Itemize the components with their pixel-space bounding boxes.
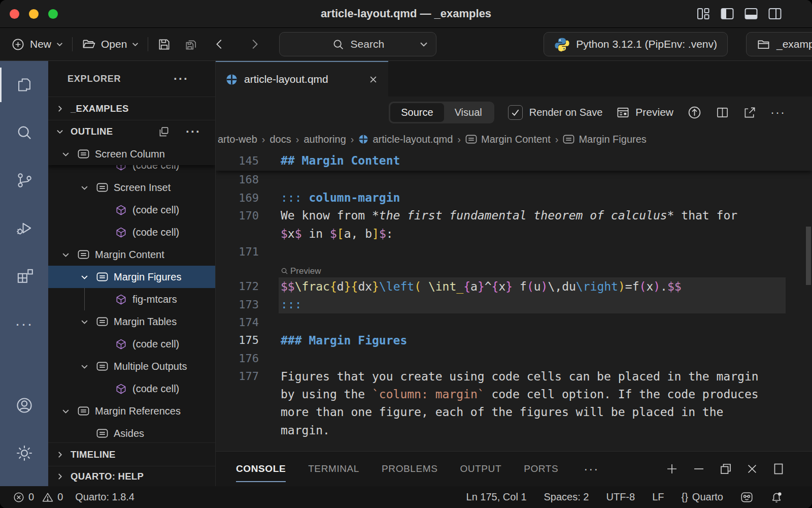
- chevron-down-icon[interactable]: [80, 362, 96, 371]
- open-button[interactable]: Open: [82, 37, 139, 51]
- code-line[interactable]: 176: [216, 350, 812, 367]
- code-line[interactable]: more than one figure, each of the figure…: [216, 403, 812, 421]
- sidebar-section-examples[interactable]: _EXAMPLES: [48, 97, 215, 120]
- editor-scrollbar[interactable]: [806, 227, 811, 285]
- navigate-forward-icon[interactable]: [248, 38, 261, 51]
- activity-settings[interactable]: [0, 429, 48, 477]
- cursor-position-status[interactable]: Ln 175, Col 1: [466, 491, 527, 503]
- restore-panel-icon[interactable]: [719, 462, 733, 476]
- activity-explorer[interactable]: [0, 61, 48, 109]
- toggle-panel-icon[interactable]: [743, 6, 759, 21]
- outline-item-screen-column[interactable]: Screen Column: [48, 143, 215, 165]
- code-line[interactable]: 169::: column-margin: [216, 188, 812, 206]
- toggle-secondary-sidebar-icon[interactable]: [767, 6, 783, 21]
- close-window-button[interactable]: [10, 9, 19, 19]
- tab-article-layout[interactable]: article-layout.qmd: [216, 61, 388, 97]
- preview-button[interactable]: Preview: [616, 106, 673, 119]
- breadcrumb-authoring[interactable]: authoring: [303, 134, 346, 145]
- chevron-down-icon[interactable]: [80, 317, 96, 327]
- open-in-new-window-icon[interactable]: [743, 106, 757, 119]
- editor-more-icon[interactable]: ···: [770, 110, 786, 115]
- navigate-back-icon[interactable]: [213, 38, 226, 51]
- panel-layout-icon[interactable]: [771, 462, 786, 476]
- outline-item-code-cell[interactable]: (code cell): [48, 165, 215, 176]
- outline-item-margin-references[interactable]: Margin References: [48, 400, 215, 422]
- outline-item-margin-figures[interactable]: Margin Figures: [48, 266, 215, 288]
- panel-more-icon[interactable]: ···: [584, 466, 599, 471]
- customize-layout-icon[interactable]: [696, 6, 711, 21]
- split-editor-icon[interactable]: [716, 106, 729, 119]
- new-button[interactable]: New: [11, 38, 63, 51]
- global-search-input[interactable]: Search: [279, 32, 436, 56]
- panel-tab-console[interactable]: CONSOLE: [236, 452, 286, 486]
- chevron-down-icon[interactable]: [80, 272, 96, 282]
- breadcrumb-margin-figures[interactable]: Margin Figures: [563, 134, 646, 145]
- outline-more-icon[interactable]: ···: [186, 129, 201, 134]
- workspace-button[interactable]: _examples: [746, 32, 812, 56]
- outline-item-code-cell[interactable]: (code cell): [48, 333, 215, 355]
- interpreter-selector[interactable]: Python 3.12.1 (PipEnv: .venv): [544, 32, 728, 56]
- code-line[interactable]: 171: [216, 243, 812, 261]
- activity-search[interactable]: [0, 109, 48, 156]
- activity-extensions[interactable]: [0, 252, 48, 300]
- code-line[interactable]: 170We know from *the first fundamental t…: [216, 207, 812, 225]
- outline-item-code-cell[interactable]: (code cell): [48, 377, 215, 400]
- code-line[interactable]: by using the `column: margin` code cell …: [216, 385, 812, 403]
- breadcrumb-arto-web[interactable]: arto-web: [218, 134, 257, 145]
- render-on-save[interactable]: Render on Save: [508, 105, 603, 120]
- code-line[interactable]: 174: [216, 313, 812, 331]
- explorer-more-icon[interactable]: ···: [174, 76, 189, 81]
- breadcrumb-docs[interactable]: docs: [269, 134, 291, 145]
- chevron-down-icon[interactable]: [61, 250, 78, 260]
- sidebar-section-outline[interactable]: OUTLINE ···: [48, 120, 215, 143]
- code-editor[interactable]: 145 ## Margin Content 168169::: column-m…: [216, 150, 812, 451]
- plus-icon[interactable]: [665, 462, 679, 476]
- notifications-bell-icon[interactable]: [770, 491, 783, 503]
- code-line[interactable]: 168: [216, 171, 812, 188]
- encoding-status[interactable]: UTF-8: [606, 491, 635, 503]
- codelens-preview[interactable]: Preview: [281, 266, 321, 276]
- close-panel-icon[interactable]: [746, 462, 759, 475]
- eol-status[interactable]: LF: [652, 491, 664, 503]
- outline-item-asides[interactable]: Asides: [48, 422, 215, 442]
- chevron-down-icon[interactable]: [80, 183, 96, 193]
- chevron-down-icon[interactable]: [61, 406, 78, 416]
- outline-item-code-cell[interactable]: (code cell): [48, 199, 215, 221]
- activity-account[interactable]: [0, 382, 48, 429]
- indentation-status[interactable]: Spaces: 2: [544, 491, 589, 503]
- panel-tab-problems[interactable]: PROBLEMS: [382, 452, 437, 486]
- zoom-window-button[interactable]: [48, 9, 58, 19]
- language-mode-status[interactable]: {} Quarto: [681, 491, 723, 503]
- breadcrumb-margin-content[interactable]: Margin Content: [465, 134, 551, 145]
- mode-visual-button[interactable]: Visual: [444, 103, 493, 122]
- breadcrumb-article-layout-qmd[interactable]: article-layout.qmd: [358, 134, 453, 145]
- panel-tab-output[interactable]: OUTPUT: [460, 452, 501, 486]
- outline-item-margin-tables[interactable]: Margin Tables: [48, 310, 215, 333]
- code-line[interactable]: margin.: [216, 421, 812, 439]
- sticky-scroll-line[interactable]: 145 ## Margin Content: [216, 150, 812, 171]
- sidebar-section-quarto-help[interactable]: QUARTO: HELP: [48, 466, 215, 486]
- code-line[interactable]: 173:::: [216, 295, 812, 313]
- outline-item-fig-mtcars[interactable]: fig-mtcars: [48, 288, 215, 310]
- activity-more[interactable]: ···: [0, 300, 48, 347]
- outline-item-code-cell[interactable]: (code cell): [48, 221, 215, 243]
- minimize-window-button[interactable]: [29, 9, 39, 19]
- save-icon[interactable]: [157, 38, 171, 51]
- code-line[interactable]: 177Figures that you create using code ce…: [216, 367, 812, 385]
- code-line[interactable]: $x$ in $[a, b]$:: [216, 225, 812, 242]
- close-tab-icon[interactable]: [368, 75, 378, 84]
- minimize-panel-icon[interactable]: [692, 462, 706, 476]
- feedback-smiley-icon[interactable]: [740, 491, 753, 503]
- sidebar-section-timeline[interactable]: TIMELINE: [48, 442, 215, 466]
- outline-item-margin-content[interactable]: Margin Content: [48, 243, 215, 266]
- collapse-all-icon[interactable]: [158, 125, 171, 138]
- code-line[interactable]: 175### Margin Figures: [216, 331, 812, 349]
- outline-item-multiple-outputs[interactable]: Multiple Outputs: [48, 355, 215, 377]
- checkbox-checked-icon[interactable]: [508, 105, 523, 120]
- outline-item-screen-inset[interactable]: Screen Inset: [48, 176, 215, 199]
- save-all-icon[interactable]: [184, 38, 198, 51]
- publish-icon[interactable]: [687, 105, 702, 120]
- activity-source-control[interactable]: [0, 156, 48, 204]
- code-line[interactable]: 172$$\frac{d}{dx}\left( \int_{a}^{x} f(u…: [216, 277, 812, 295]
- quarto-version-status[interactable]: Quarto: 1.8.4: [75, 491, 134, 503]
